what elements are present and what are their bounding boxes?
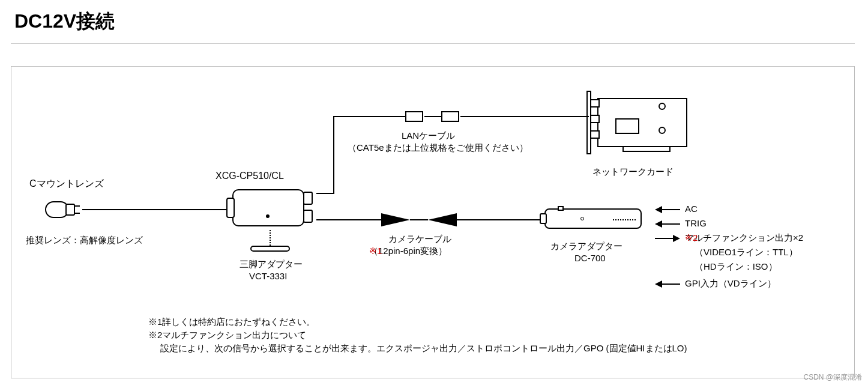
arrow-ac (655, 206, 662, 213)
wire-cam-2 (457, 219, 540, 220)
wire-lan-3a (333, 116, 406, 117)
lens-label: Cマウントレンズ (29, 178, 104, 190)
wire-gpi (662, 283, 680, 285)
watermark: CSDN @深度混淆 (803, 372, 862, 383)
cable-plug-left (381, 213, 410, 226)
lens-icon (45, 198, 81, 222)
connection-diagram: Cマウントレンズ 推奨レンズ：高解像度レンズ XCG-CP510/CL 三脚アダ… (11, 66, 855, 378)
wire-lan-1 (316, 193, 334, 194)
note-1: ※1詳しくは特約店におたずねください。 (148, 317, 315, 328)
dc700-icon (540, 206, 648, 232)
page-title: DC12V接続 (14, 8, 115, 35)
arrow-trig (655, 220, 662, 228)
wire-lan-3b (424, 116, 441, 117)
camera-model: XCG-CP510/CL (215, 171, 284, 181)
camera-icon (226, 186, 320, 230)
wire-lens-camera (82, 209, 228, 210)
note-2: ※2マルチファンクション出力について (148, 330, 306, 341)
adapter-model: DC-700 (574, 253, 606, 263)
note-3: 設定により、次の信号から選択することが出来ます。エクスポージャ出力／ストロボコン… (160, 343, 687, 354)
wire-lan-3c (460, 116, 589, 117)
lan-note: （CAT5eまたは上位規格をご使用ください） (348, 142, 528, 154)
tripod-model: VCT-333I (249, 271, 287, 281)
arrow-multi (673, 235, 680, 242)
lan-label: LANケーブル (402, 130, 455, 142)
wire-trig (662, 223, 680, 225)
title-rule (11, 43, 855, 44)
ferrite-1 (405, 111, 423, 122)
ferrite-2 (441, 111, 459, 122)
io-video: （VIDEO1ライン：TTL） (695, 247, 798, 258)
io-multimark: ※2 (685, 232, 698, 243)
io-ac: AC (685, 204, 698, 214)
arrow-gpi (655, 280, 662, 288)
page: DC12V接続 Cマウントレンズ 推奨レンズ：高解像度レンズ XCG-CP510… (0, 0, 868, 385)
tripod-plate (250, 246, 290, 252)
io-gpi: GPI入力（VDライン） (685, 278, 776, 290)
wire-ac (662, 209, 680, 210)
wire-cam-mid (410, 219, 428, 220)
tripod-dotted (270, 230, 271, 246)
camcable-mark: ※1 (369, 246, 382, 256)
wire-multi (655, 238, 673, 239)
io-hd: （HDライン：ISO） (695, 261, 777, 273)
io-trig: TRIG (685, 218, 707, 228)
netcard-label: ネットワークカード (592, 166, 674, 178)
wire-lan-2 (333, 116, 334, 194)
cable-plug-right (428, 213, 457, 226)
camcable-label: カメラケーブル (388, 234, 451, 245)
wire-cam-1 (316, 219, 382, 220)
io-multi: マルチファンクション出力×2 (685, 232, 803, 244)
tripod-label: 三脚アダプター (240, 259, 303, 270)
network-card-icon (586, 91, 695, 157)
lens-note: 推奨レンズ：高解像度レンズ (26, 235, 143, 246)
adapter-label: カメラアダプター (550, 241, 622, 252)
